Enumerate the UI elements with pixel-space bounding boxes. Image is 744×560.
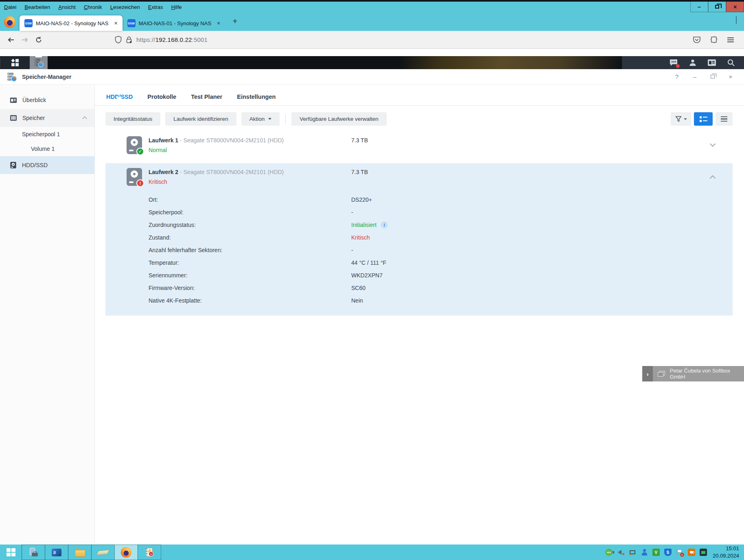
url-bar[interactable]: https://192.168.0.22:5001 [115,36,693,44]
tab-close-icon[interactable]: × [114,20,117,26]
sidebar-item-overview[interactable]: Überblick [0,91,94,109]
browser-tab-active[interactable]: DSM MAIO-NAS-02 - Synology NAS × [20,15,123,31]
storage-manager-task-button[interactable] [30,56,48,69]
tab-einstellungen[interactable]: Einstellungen [237,94,276,100]
detail-row: Anzahl fehlerhafter Sektoren:- [127,244,733,256]
menu-lesezeichen[interactable]: Lesezeichen [110,4,140,10]
reload-button[interactable] [32,33,46,47]
menu-bearbeiten[interactable]: Bearbeiten [24,4,50,10]
detail-row: Temperatur:44 °C / 111 °F [127,256,733,269]
info-icon[interactable]: i [381,221,388,229]
lock-warning-icon[interactable] [126,36,132,44]
taskbar-app-logbook[interactable]: × [138,545,161,560]
drive-icon: ✓ [127,136,142,154]
chevron-down-icon [268,118,271,120]
detail-row: Firmware-Version:SC60 [127,281,733,294]
tab-protokolle[interactable]: Protokolle [147,94,176,100]
drive-size: 7.3 TB [351,136,368,154]
dsm-favicon: DSM [24,19,33,27]
restore-button[interactable] [708,2,726,12]
tray-java-update-icon[interactable] [688,549,695,556]
menu-datei[interactable]: Datei [4,4,16,10]
tab-title: MAIO-NAS-02 - Synology NAS [36,20,108,26]
filter-button[interactable] [671,112,691,126]
tray-agent-icon[interactable] [641,549,648,556]
collapse-chevron-icon[interactable] [710,175,716,181]
collapse-banner-button[interactable]: › [642,366,653,381]
pocket-icon[interactable] [693,36,701,44]
detail-view-button[interactable] [694,112,713,126]
browser-tab-inactive[interactable]: DSM MAIO-NAS-01 - Synology NAS × [123,15,225,31]
expand-chevron-icon[interactable] [710,141,716,147]
menu-ansicht[interactable]: Ansicht [58,4,76,10]
action-dropdown-button[interactable]: Aktion [241,112,280,126]
tray-sophos-shield-icon[interactable]: S [664,549,672,556]
help-button[interactable]: ? [673,73,681,81]
list-all-tabs-button[interactable] [736,16,737,24]
user-icon[interactable] [689,59,697,67]
taskbar-app-powershell[interactable]: ≥ [45,545,68,560]
start-button[interactable] [0,545,22,560]
content: HDD/SSD Protokolle Test Planer Einstellu… [95,85,744,551]
browser-tabbar: DSM MAIO-NAS-02 - Synology NAS × DSM MAI… [0,12,744,31]
widgets-icon[interactable] [707,59,716,66]
tab-test-planer[interactable]: Test Planer [191,94,222,100]
window-controls: – × [690,2,744,12]
tray-remote-desktop-icon[interactable] [629,549,636,556]
menu-hilfe[interactable]: Hilfe [171,4,182,10]
sidebar-item-storagepool[interactable]: Speicherpool 1 [0,127,94,142]
identify-drive-button[interactable]: Laufwerk identifizieren [165,112,236,126]
tray-v-app-icon[interactable]: V [652,549,660,556]
tab-hdd-ssd[interactable]: HDD/SSD [106,94,133,100]
close-button[interactable]: × [727,73,734,81]
sidebar-item-storage[interactable]: Speicher [0,109,94,127]
tray-teamviewer-icon[interactable] [700,549,707,556]
tab-close-icon[interactable]: × [217,20,220,26]
new-tab-button[interactable]: + [232,16,237,26]
sidebar-item-volume[interactable]: Volume 1 [0,142,94,156]
taskbar-app-scanner[interactable] [91,545,115,560]
taskbar-app-device-manager[interactable] [22,545,45,560]
menu-extras[interactable]: Extras [148,4,163,10]
drive-size: 7.3 TB [351,168,368,186]
dsm-desktop: Speicher-Manager ? – × Überblick S [0,56,744,551]
health-status-button[interactable]: Integritätsstatus [105,112,160,126]
menu-chronik[interactable]: Chronik [84,4,102,10]
taskbar-app-firefox[interactable] [114,545,138,560]
browser-menubar: Datei Bearbeiten Ansicht Chronik Lesezei… [0,2,744,12]
back-button[interactable] [4,33,18,47]
extensions-puzzle-icon[interactable] [710,36,718,44]
manage-available-drives-button[interactable]: Verfügbare Laufwerke verwalten [291,112,387,126]
taskbar-app-explorer[interactable] [68,545,92,560]
chevron-down-icon [684,118,687,120]
tray-volume-muted-icon[interactable]: × [617,549,624,556]
shield-icon[interactable] [115,36,122,44]
dsm-favicon: DSM [127,19,136,27]
sidebar: Überblick Speicher Speicherpool 1 Volume… [0,85,95,551]
forward-button[interactable] [18,33,32,47]
drive-icon: ! [127,168,142,186]
taskbar-clock[interactable]: 15:01 20.09.2024 [713,545,744,560]
drive-row-1[interactable]: ✓ Laufwerk 1 - Seagate ST8000VN004-2M210… [105,131,733,160]
remote-session-banner: › Petar Čubela von Softbox GmbH [642,366,744,381]
grid-icon [11,59,19,66]
status-error-badge: ! [136,179,144,187]
restore-button[interactable] [709,73,716,81]
close-button[interactable]: × [726,2,744,12]
dsm-topbar-right [622,56,744,69]
notifications-icon[interactable] [669,59,678,67]
minimize-button[interactable]: – [691,73,698,81]
minimize-button[interactable]: – [690,2,708,12]
main-menu-button[interactable] [0,56,30,69]
tray-softbox-icon[interactable]: sbx [605,549,613,556]
tray-security-flag-icon[interactable]: × [676,549,683,556]
chevron-down-icon [736,16,737,24]
drive-row-2[interactable]: ! Laufwerk 2 - Seagate ST8000VN004-2M210… [105,163,733,316]
storage-manager-window: Speicher-Manager ? – × Überblick S [0,69,744,551]
compact-view-button[interactable] [716,112,733,126]
browser-navbar: https://192.168.0.22:5001 [0,31,744,49]
search-icon[interactable] [727,59,735,67]
hamburger-menu-icon[interactable] [727,37,734,43]
sidebar-item-hdd-ssd[interactable]: HDD/SSD [0,156,94,174]
storage-manager-titlebar[interactable]: Speicher-Manager ? – × [0,69,744,85]
